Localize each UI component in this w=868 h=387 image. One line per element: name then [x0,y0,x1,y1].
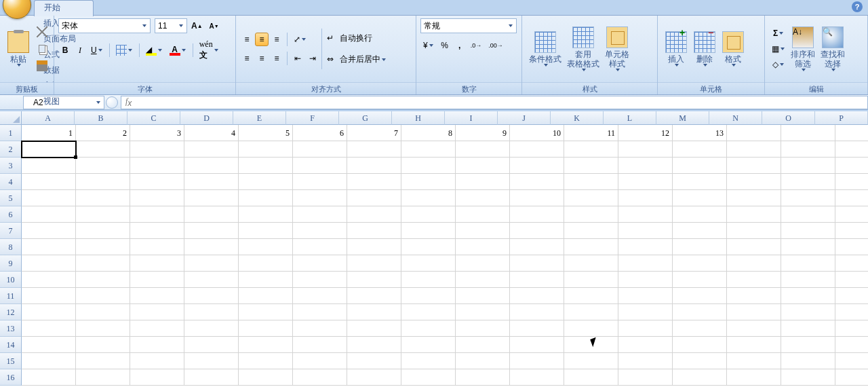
cell[interactable] [618,353,673,369]
cell[interactable] [781,353,835,369]
cell[interactable] [781,320,835,337]
cell[interactable]: 13 [673,125,727,141]
conditional-format-button[interactable]: 条件格式 [526,29,564,69]
phonetic-button[interactable]: wén文 [197,37,222,63]
align-top-button[interactable]: ≡ [240,33,254,46]
cell[interactable]: 6 [293,125,347,141]
formula-bar[interactable]: fx [121,96,868,109]
cell[interactable] [781,255,835,272]
col-header-F[interactable]: F [286,111,339,125]
cell[interactable] [727,141,781,158]
cell[interactable] [510,369,564,386]
col-header-M[interactable]: M [656,111,709,125]
cell[interactable] [293,369,347,386]
cell[interactable] [239,206,293,223]
merge-center-button[interactable]: ⇔ 合并后居中 [324,52,406,67]
cell[interactable]: 2 [76,125,130,141]
align-right-button[interactable]: ≡ [270,52,283,65]
cell[interactable] [347,206,401,223]
cell[interactable] [239,174,293,190]
cell-styles-button[interactable]: 单元格 样式 [602,24,632,73]
cell[interactable] [239,353,293,369]
align-bottom-button[interactable]: ≡ [270,33,283,46]
cell[interactable] [781,272,835,288]
cell[interactable] [347,239,401,255]
shrink-font-button[interactable]: A▼ [207,19,222,33]
cell[interactable]: 9 [456,125,510,141]
copy-button[interactable] [34,41,50,56]
delete-cells-button[interactable]: 删除 [690,29,719,69]
cell[interactable] [564,288,618,304]
cell[interactable] [130,337,184,353]
cell[interactable] [618,141,673,158]
cell[interactable] [781,369,835,386]
cell[interactable] [835,272,868,288]
cell[interactable] [673,369,727,386]
cell[interactable] [76,369,130,386]
cell[interactable] [130,158,184,174]
cell[interactable] [564,304,618,320]
cell[interactable] [347,158,401,174]
cell[interactable] [673,141,727,158]
cell[interactable] [727,174,781,190]
cell[interactable] [76,206,130,223]
cell[interactable] [401,337,456,353]
col-header-E[interactable]: E [233,111,286,125]
cell[interactable] [401,255,456,272]
orientation-button[interactable]: ⤢ [291,33,309,46]
cell[interactable] [401,158,456,174]
number-format-combo[interactable]: 常规 [420,18,517,33]
col-header-P[interactable]: P [815,111,868,125]
cell[interactable] [781,190,835,206]
cut-button[interactable] [34,24,50,39]
col-header-O[interactable]: O [762,111,815,125]
col-header-A[interactable]: A [22,111,75,125]
cell[interactable]: 1 [22,125,76,141]
cell[interactable] [564,158,618,174]
cell[interactable] [727,158,781,174]
col-header-I[interactable]: I [445,111,498,125]
cell[interactable] [564,141,618,158]
cell[interactable] [781,304,835,320]
row-header-14[interactable]: 14 [0,337,22,353]
row-header-15[interactable]: 15 [0,353,22,369]
row-header-12[interactable]: 12 [0,304,22,320]
indent-decrease-button[interactable]: ⇤ [291,52,304,65]
cell[interactable] [22,304,76,320]
cell[interactable] [130,369,184,386]
cell[interactable] [130,190,184,206]
cell[interactable] [239,255,293,272]
cell[interactable] [835,255,868,272]
cell[interactable] [130,206,184,223]
cell[interactable] [510,174,564,190]
cell[interactable] [401,369,456,386]
cell[interactable] [510,353,564,369]
cell[interactable] [130,239,184,255]
help-icon[interactable]: ? [852,1,863,12]
cell[interactable] [401,174,456,190]
cell[interactable] [835,190,868,206]
cell[interactable] [456,158,510,174]
col-header-G[interactable]: G [339,111,392,125]
cell[interactable] [239,369,293,386]
cell[interactable] [564,174,618,190]
cell[interactable] [184,320,239,337]
cell[interactable] [835,174,868,190]
row-header-11[interactable]: 11 [0,288,22,304]
cell[interactable] [22,255,76,272]
cell[interactable] [510,158,564,174]
cell[interactable] [184,272,239,288]
cell[interactable] [564,255,618,272]
cell[interactable] [618,272,673,288]
cell[interactable] [456,369,510,386]
cell[interactable] [184,239,239,255]
row-header-13[interactable]: 13 [0,320,22,337]
cell[interactable] [347,288,401,304]
font-name-combo[interactable]: 宋体 [58,18,151,33]
cell[interactable] [727,223,781,239]
cell[interactable] [835,158,868,174]
row-header-7[interactable]: 7 [0,223,22,239]
cell[interactable] [184,190,239,206]
cell[interactable] [293,255,347,272]
cell[interactable] [510,206,564,223]
